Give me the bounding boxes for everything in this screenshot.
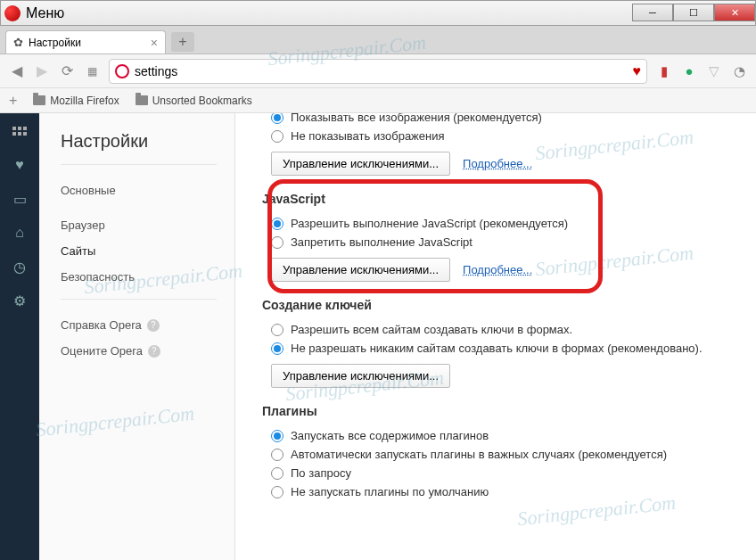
- shield-icon[interactable]: ▽: [706, 63, 722, 79]
- radio-icon[interactable]: [271, 218, 284, 230]
- radio-icon[interactable]: [271, 342, 284, 355]
- power-icon[interactable]: ◔: [731, 63, 747, 79]
- manage-exceptions-button[interactable]: Управление исключениями...: [271, 152, 450, 176]
- section-plugins: Плагины Запускать все содержимое плагино…: [262, 404, 738, 498]
- option-plugins-ondemand[interactable]: По запросу: [271, 466, 738, 480]
- option-plugins-never[interactable]: Не запускать плагины по умолчанию: [271, 485, 738, 498]
- tab-settings[interactable]: ✿ Настройки ×: [5, 30, 166, 54]
- window-titlebar: Меню ─ ☐ ✕: [0, 0, 756, 26]
- extension-globe-icon[interactable]: ●: [681, 63, 697, 79]
- tab-close-icon[interactable]: ×: [151, 36, 158, 50]
- icon-rail: ♥ ▭ ⌂ ◷ ⚙: [0, 113, 39, 560]
- help-icon: ?: [148, 345, 160, 358]
- radio-icon[interactable]: [271, 449, 284, 461]
- main-area: ♥ ▭ ⌂ ◷ ⚙ Настройки Основные Браузер Сай…: [0, 113, 756, 560]
- option-images-show[interactable]: Показывать все изображения (рекомендуетс…: [271, 113, 738, 124]
- folder-icon: [136, 95, 148, 105]
- option-label: Запускать все содержимое плагинов: [291, 429, 489, 442]
- bookmark-folder-firefox[interactable]: Mozilla Firefox: [33, 95, 119, 107]
- bookmark-label: Unsorted Bookmarks: [152, 95, 252, 107]
- option-label: Показывать все изображения (рекомендуетс…: [291, 113, 542, 124]
- option-keys-disallow[interactable]: Не разрешать никаким сайтам создавать кл…: [271, 342, 738, 355]
- option-plugins-auto[interactable]: Автоматически запускать плагины в важных…: [271, 448, 738, 461]
- settings-sidebar: Настройки Основные Браузер Сайты Безопас…: [39, 113, 235, 560]
- tab-strip: ✿ Настройки × +: [0, 26, 756, 54]
- rail-speed-dial-icon[interactable]: [11, 124, 29, 138]
- section-title: JavaScript: [262, 192, 738, 206]
- sidebar-item-sites[interactable]: Сайты: [61, 238, 234, 264]
- option-label: Не запускать плагины по умолчанию: [291, 485, 489, 498]
- option-label: Запретить выполнение JavaScript: [291, 235, 472, 249]
- bookmark-label: Mozilla Firefox: [50, 95, 119, 107]
- bookmarks-bar: + Mozilla Firefox Unsorted Bookmarks: [0, 88, 756, 113]
- window-controls: ─ ☐ ✕: [632, 4, 755, 21]
- section-keys: Создание ключей Разрешить всем сайтам со…: [262, 298, 738, 388]
- menu-label[interactable]: Меню: [26, 5, 64, 21]
- option-label: Автоматически запускать плагины в важных…: [291, 448, 667, 461]
- option-label: Разрешить всем сайтам создавать ключи в …: [291, 323, 572, 336]
- sidebar-item-help[interactable]: Справка Opera ?: [61, 312, 234, 338]
- gear-icon: ✿: [13, 36, 23, 49]
- option-js-allow[interactable]: Разрешить выполнение JavaScript (рекомен…: [271, 217, 738, 230]
- section-title: Плагины: [262, 404, 738, 418]
- help-icon: ?: [147, 319, 160, 332]
- new-tab-button[interactable]: +: [171, 32, 194, 52]
- maximize-button[interactable]: ☐: [673, 4, 714, 21]
- forward-button[interactable]: ▶: [34, 63, 50, 79]
- sidebar-title: Настройки: [61, 131, 234, 152]
- radio-icon[interactable]: [271, 130, 284, 143]
- learn-more-link[interactable]: Подробнее...: [463, 157, 532, 170]
- speed-dial-button[interactable]: ▦: [84, 63, 100, 79]
- divider: [61, 299, 217, 300]
- radio-icon[interactable]: [271, 236, 284, 249]
- settings-content[interactable]: Показывать все изображения (рекомендуетс…: [235, 113, 756, 560]
- option-label: Разрешить выполнение JavaScript (рекомен…: [291, 217, 568, 230]
- sidebar-item-label: Оцените Opera: [61, 344, 143, 358]
- opera-o-icon: [115, 64, 129, 78]
- radio-icon[interactable]: [271, 486, 284, 498]
- toolbar: ◀ ▶ ⟳ ▦ ♥ ▮ ● ▽ ◔: [0, 54, 756, 88]
- add-bookmark-button[interactable]: +: [9, 93, 17, 109]
- close-button[interactable]: ✕: [714, 4, 755, 21]
- sidebar-item-rate[interactable]: Оцените Opera ?: [61, 338, 234, 364]
- folder-icon: [33, 95, 45, 105]
- sidebar-item-browser[interactable]: Браузер: [61, 212, 234, 238]
- reload-button[interactable]: ⟳: [59, 63, 75, 79]
- rail-devices-icon[interactable]: ⌂: [11, 226, 29, 240]
- section-javascript: JavaScript Разрешить выполнение JavaScri…: [262, 192, 738, 282]
- radio-icon[interactable]: [271, 467, 284, 480]
- address-bar[interactable]: ♥: [109, 59, 647, 84]
- opera-logo-icon[interactable]: [4, 5, 21, 21]
- rail-history-icon[interactable]: ◷: [11, 259, 29, 274]
- option-images-hide[interactable]: Не показывать изображения: [271, 129, 738, 143]
- manage-exceptions-button[interactable]: Управление исключениями...: [271, 364, 450, 388]
- rail-news-icon[interactable]: ▭: [11, 192, 29, 206]
- manage-exceptions-button[interactable]: Управление исключениями...: [271, 258, 450, 282]
- rail-extensions-icon[interactable]: ⚙: [11, 293, 29, 308]
- option-label: Не разрешать никаким сайтам создавать кл…: [291, 342, 703, 355]
- tab-title: Настройки: [29, 37, 81, 49]
- option-js-disallow[interactable]: Запретить выполнение JavaScript: [271, 235, 738, 249]
- minimize-button[interactable]: ─: [632, 4, 673, 21]
- section-title: Создание ключей: [262, 298, 738, 312]
- radio-icon[interactable]: [271, 324, 284, 336]
- learn-more-link[interactable]: Подробнее...: [463, 263, 532, 276]
- option-keys-allow[interactable]: Разрешить всем сайтам создавать ключи в …: [271, 323, 738, 336]
- bookmark-icon[interactable]: ▮: [656, 63, 672, 79]
- divider: [61, 164, 217, 165]
- rail-heart-icon[interactable]: ♥: [11, 158, 29, 172]
- heart-icon[interactable]: ♥: [633, 63, 642, 79]
- radio-icon[interactable]: [271, 113, 284, 124]
- sidebar-item-security[interactable]: Безопасность: [61, 264, 234, 290]
- option-label: Не показывать изображения: [291, 129, 445, 143]
- sidebar-item-label: Справка Opera: [61, 318, 142, 332]
- bookmark-folder-unsorted[interactable]: Unsorted Bookmarks: [136, 95, 252, 107]
- sidebar-item-basic[interactable]: Основные: [61, 177, 234, 203]
- option-plugins-all[interactable]: Запускать все содержимое плагинов: [271, 429, 738, 442]
- radio-icon[interactable]: [271, 430, 284, 442]
- back-button[interactable]: ◀: [9, 63, 25, 79]
- option-label: По запросу: [291, 466, 351, 480]
- url-input[interactable]: [135, 64, 628, 78]
